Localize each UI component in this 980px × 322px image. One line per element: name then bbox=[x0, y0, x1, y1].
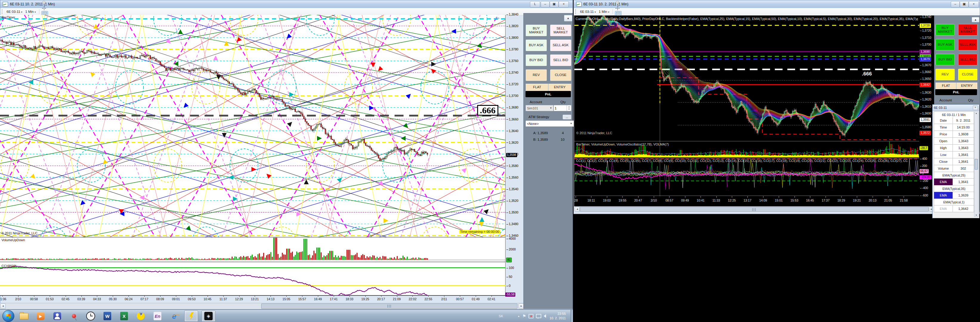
interval-label: 1 Min bbox=[25, 10, 34, 13]
tray-clock[interactable]: 23:55 10. 2. 2011 bbox=[550, 312, 566, 320]
restore-button[interactable]: ▣ bbox=[550, 1, 558, 8]
flat-button[interactable]: FLAT bbox=[935, 82, 957, 89]
entry-button[interactable]: ENTRY bbox=[548, 84, 571, 91]
buy-ask-button[interactable]: BUY ASK bbox=[935, 39, 955, 51]
close-button[interactable]: × bbox=[969, 1, 979, 8]
collapse-panel-button[interactable]: ▲ bbox=[972, 17, 979, 22]
network-icon[interactable] bbox=[536, 314, 541, 318]
quantity-stepper[interactable]: ▲▼ bbox=[554, 105, 571, 111]
flat-button[interactable]: FLAT bbox=[525, 84, 549, 91]
atm-strategy-select[interactable]: <None>▼ bbox=[525, 121, 574, 127]
scroll-up-icon[interactable]: ▲ bbox=[975, 112, 977, 114]
close-position-button[interactable]: CLOSE bbox=[550, 69, 571, 81]
data-window-scrollbar[interactable]: ▲▼ bbox=[974, 111, 978, 217]
buy-market-button[interactable]: BUY MARKET bbox=[525, 24, 547, 36]
taskbar-icon-excel[interactable]: X bbox=[118, 311, 130, 321]
left-window-titlebar[interactable]: 6E 03-11 10. 2. 2011 (1 Min) bbox=[0, 0, 573, 8]
sell-ask-button[interactable]: SELL ASK bbox=[958, 39, 978, 51]
cci-panel-label: CCI(1), CCI(2), CCI(3), CCI(4), CCI(5), … bbox=[576, 159, 908, 162]
crosshair-icon[interactable] bbox=[41, 6, 48, 11]
minimize-button[interactable]: – bbox=[951, 1, 960, 8]
time-tick: 06:24 bbox=[125, 297, 132, 301]
instrument-selector[interactable]: 6E 03-11▾ bbox=[5, 10, 24, 14]
close-icon[interactable]: × bbox=[973, 106, 978, 110]
instrument-selector[interactable]: 6E 03-11▾ bbox=[579, 10, 597, 14]
crosshair-icon[interactable] bbox=[615, 6, 621, 11]
zoom-out-icon[interactable] bbox=[615, 0, 621, 6]
taskbar-icon-endnote[interactable]: En bbox=[151, 311, 164, 321]
buy-bid-button[interactable]: BUY BID bbox=[525, 54, 547, 66]
account-select[interactable]: Sim101▼ bbox=[525, 105, 554, 111]
sell-bid-button[interactable]: SELL BID bbox=[550, 54, 571, 66]
taskbar-icon-messenger[interactable] bbox=[51, 311, 64, 321]
action-center-flag-icon[interactable]: ⚑ bbox=[522, 314, 526, 319]
minimize-button[interactable]: – bbox=[541, 1, 550, 8]
quantity-input[interactable] bbox=[554, 105, 566, 111]
data-window-titlebar[interactable]: 6E 03-11 × bbox=[932, 105, 979, 111]
taskbar-icon-ninjatrader[interactable]: ◈ bbox=[202, 310, 215, 322]
time-tick: 14:09 bbox=[759, 198, 767, 202]
close-position-button[interactable]: CLOSE bbox=[958, 68, 978, 81]
go-to-last-bar-icon[interactable]: ▷ bbox=[496, 16, 500, 20]
entry-button[interactable]: ENTRY bbox=[956, 82, 978, 89]
taskbar-icon-pacman[interactable] bbox=[134, 311, 147, 321]
atm-more-button[interactable]: ... bbox=[562, 114, 571, 119]
buy-market-button[interactable]: BUY MARKET bbox=[935, 24, 955, 36]
right-chart-canvas[interactable] bbox=[574, 16, 919, 196]
speaker-icon[interactable] bbox=[544, 314, 546, 318]
buy-bid-button[interactable]: BUY BID bbox=[935, 54, 955, 66]
collapse-panel-button[interactable]: ▲ bbox=[564, 15, 572, 21]
toolbar-grip[interactable] bbox=[575, 9, 578, 14]
start-button[interactable] bbox=[2, 310, 14, 322]
desktop: 6E 03-11 10. 2. 2011 (1 Min) L – ▣ × 6E … bbox=[0, 0, 980, 322]
language-indicator[interactable]: SK bbox=[499, 314, 503, 318]
price-marker: 1,3591 bbox=[920, 117, 931, 122]
scrollbar-thumb[interactable] bbox=[975, 159, 978, 170]
data-window-row: EMA1,3641 bbox=[934, 179, 974, 186]
device-error-icon[interactable]: × bbox=[528, 314, 533, 319]
restore-button[interactable]: ▣ bbox=[960, 1, 969, 8]
left-scrollbar-thumb[interactable] bbox=[261, 303, 517, 309]
toolbar-grip[interactable] bbox=[2, 9, 4, 14]
clock-icon bbox=[86, 312, 95, 320]
interval-selector[interactable]: 1 Min▾ bbox=[598, 10, 611, 14]
instrument-label: 6E 03-11 bbox=[580, 10, 594, 13]
right-window-titlebar[interactable]: 6E 03-11 10. 2. 2011 (1 Min) bbox=[574, 0, 980, 8]
time-tick: 2/10 bbox=[651, 198, 657, 202]
time-tick-mark bbox=[18, 296, 19, 297]
left-chart-canvas[interactable] bbox=[0, 15, 506, 296]
copyright-label: © 2011 NinjaTrader, LLC bbox=[576, 131, 612, 135]
reverse-button[interactable]: REV bbox=[935, 68, 955, 81]
taskbar-icon-word[interactable]: W bbox=[101, 311, 114, 321]
show-hidden-icons[interactable]: ▲ bbox=[517, 315, 520, 317]
taskbar-icon-internet-explorer[interactable]: e bbox=[168, 311, 181, 321]
taskbar-icon-clock[interactable] bbox=[84, 311, 97, 321]
time-tick: 00:57 bbox=[456, 297, 464, 301]
sell-bid-button[interactable]: SELL BID bbox=[958, 54, 978, 66]
price-tick: 1,3780 bbox=[506, 48, 518, 51]
window-extra-button[interactable]: L bbox=[530, 1, 540, 8]
show-desktop-button[interactable] bbox=[571, 310, 573, 322]
time-tick: 2/11 bbox=[441, 297, 447, 301]
taskbar-icon-media-player[interactable]: ▶ bbox=[34, 311, 47, 321]
taskbar-icon-winamp[interactable] bbox=[184, 310, 198, 322]
right-scrollbar-thumb[interactable] bbox=[580, 207, 929, 212]
interval-selector[interactable]: 1 Min▾ bbox=[24, 10, 37, 14]
reverse-button[interactable]: REV bbox=[525, 69, 547, 81]
scroll-left-icon[interactable]: ◄ bbox=[0, 303, 6, 309]
sell-market-button[interactable]: SELL MARKET bbox=[958, 24, 978, 36]
zoom-out-icon[interactable] bbox=[41, 0, 48, 6]
taskbar-icon-pin[interactable] bbox=[67, 311, 81, 321]
time-tick-mark bbox=[255, 296, 255, 297]
scroll-left-icon[interactable]: ◄ bbox=[575, 207, 580, 212]
sell-ask-button[interactable]: SELL ASK bbox=[550, 40, 571, 51]
stepper-arrows[interactable]: ▲▼ bbox=[566, 105, 571, 111]
sell-market-button[interactable]: SELL MARKET bbox=[550, 24, 571, 36]
time-tick-mark bbox=[129, 296, 129, 297]
buy-ask-button[interactable]: BUY ASK bbox=[525, 40, 547, 51]
scroll-down-icon[interactable]: ▼ bbox=[975, 214, 977, 216]
data-window[interactable]: 6E 03-11 × 6E 03-11 / 1 Min Date9. 2. 20… bbox=[932, 104, 979, 218]
cci-tick: 50 bbox=[506, 275, 512, 278]
taskbar-icon-explorer[interactable] bbox=[17, 311, 30, 321]
close-button[interactable]: × bbox=[558, 1, 569, 8]
